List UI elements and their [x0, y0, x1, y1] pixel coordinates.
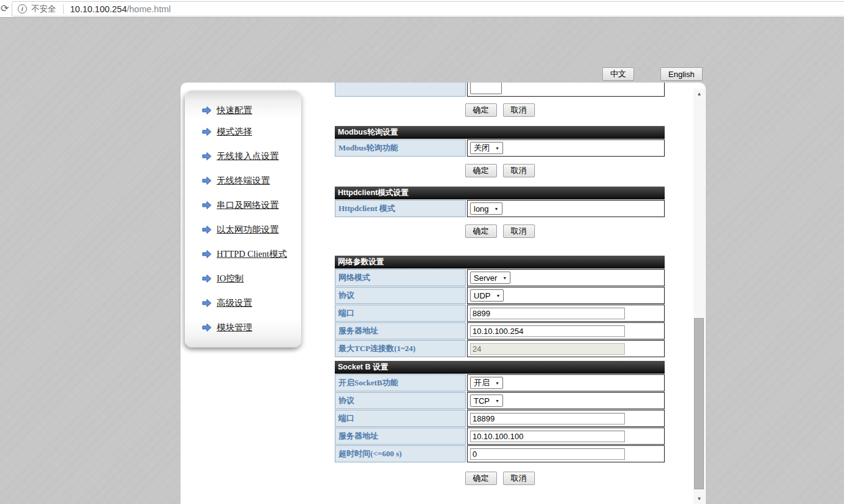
clipped-select[interactable]	[470, 83, 502, 94]
section-header-socketb: Socket B 设置	[335, 361, 665, 374]
socketb-port-input[interactable]	[470, 413, 625, 424]
table-row: 网络模式 Server▼	[335, 269, 665, 286]
sidebar-item-quick-config[interactable]: 快速配置	[202, 104, 301, 116]
security-label: 不安全	[31, 4, 56, 15]
language-chinese-button[interactable]: 中文	[602, 67, 634, 81]
row-label: Httpdclient 模式	[335, 200, 466, 217]
row-label: Modbus轮询功能	[335, 139, 466, 157]
info-icon[interactable]: i	[18, 4, 27, 13]
section-header-modbus: Modbus轮询设置	[335, 126, 665, 139]
ok-button[interactable]: 确定	[465, 164, 497, 177]
url-separator	[63, 4, 64, 14]
socketb-timeout-input[interactable]	[470, 448, 625, 460]
modbus-poll-select[interactable]: 关闭▼	[470, 142, 503, 154]
table-row: 协议 UDP▼	[335, 287, 665, 304]
port-input[interactable]	[470, 308, 625, 319]
server-address-input[interactable]	[470, 325, 625, 337]
button-row: 确定 取消	[335, 472, 665, 485]
max-tcp-connections-input	[470, 343, 625, 355]
sidebar-item-httpd-client[interactable]: HTTPD Client模式	[202, 248, 301, 260]
sidebar-item-label: HTTPD Client模式	[217, 248, 287, 260]
row-label: 端口	[335, 305, 466, 322]
row-label	[335, 83, 466, 97]
arrow-right-icon	[202, 225, 212, 234]
sidebar-item-mode-select[interactable]: 模式选择	[202, 125, 301, 138]
sidebar: 快速配置 模式选择 无线接入点设置 无线终端设置 串口及网络设置 以太网功能设置…	[185, 91, 301, 347]
scroll-up-icon[interactable]: ▲	[693, 89, 705, 99]
row-label: 端口	[335, 410, 466, 427]
scrollbar[interactable]: ▲ ▼	[693, 89, 705, 504]
arrow-right-icon	[202, 127, 212, 136]
network-mode-select[interactable]: Server▼	[470, 272, 510, 284]
sidebar-item-label: 模块管理	[217, 322, 252, 333]
reload-icon[interactable]: ⟳	[1, 2, 9, 14]
button-row: 确定 取消	[335, 164, 665, 177]
cancel-button[interactable]: 取消	[503, 472, 535, 485]
language-english-button[interactable]: English	[660, 67, 703, 81]
table-row	[335, 83, 665, 97]
chevron-down-icon: ▼	[496, 294, 500, 298]
sidebar-item-label: 高级设置	[217, 297, 252, 309]
clipped-row-wrapper	[335, 83, 665, 97]
cancel-button[interactable]: 取消	[503, 164, 535, 177]
browser-toolbar: ⟳ i 不安全 10.10.100.254/home.html	[0, 0, 844, 18]
socketb-server-address-input[interactable]	[470, 431, 625, 442]
sidebar-item-label: 模式选择	[217, 126, 252, 138]
sidebar-item-label: 以太网功能设置	[217, 224, 279, 235]
url-path: /home.html	[127, 4, 171, 14]
sidebar-item-wireless-sta[interactable]: 无线终端设置	[202, 174, 301, 187]
row-label: 协议	[335, 287, 466, 304]
url-bar[interactable]: i 不安全 10.10.100.254/home.html	[12, 1, 844, 17]
sidebar-item-ethernet[interactable]: 以太网功能设置	[202, 223, 301, 235]
socketb-enable-select[interactable]: 开启▼	[470, 377, 503, 389]
sidebar-item-module-mgmt[interactable]: 模块管理	[202, 321, 301, 333]
arrow-right-icon	[202, 323, 212, 332]
table-row: 服务器地址	[335, 428, 665, 445]
row-label: 协议	[335, 392, 466, 409]
arrow-right-icon	[202, 106, 212, 115]
arrow-right-icon	[202, 250, 212, 259]
arrow-right-icon	[202, 298, 212, 308]
button-row: 确定 取消	[335, 224, 665, 238]
chevron-down-icon: ▼	[495, 146, 499, 150]
cancel-button[interactable]: 取消	[503, 224, 535, 238]
table-row: 端口	[335, 410, 665, 427]
table-row: 协议 TCP▼	[335, 392, 665, 409]
row-label: 服务器地址	[335, 428, 466, 445]
button-row: 确定 取消	[335, 103, 665, 117]
protocol-select[interactable]: UDP▼	[470, 289, 504, 302]
content-panel: 快速配置 模式选择 无线接入点设置 无线终端设置 串口及网络设置 以太网功能设置…	[181, 83, 706, 504]
table-row: 最大TCP连接数(1~24)	[335, 340, 665, 357]
row-label: 最大TCP连接数(1~24)	[335, 340, 466, 357]
sidebar-item-advanced[interactable]: 高级设置	[202, 297, 301, 309]
table-row: Httpdclient 模式 long▼	[335, 200, 665, 217]
section-header-httpd: Httpdclient模式设置	[335, 187, 665, 199]
scroll-down-icon[interactable]: ▼	[693, 494, 705, 504]
chevron-down-icon: ▼	[495, 399, 499, 403]
table-row: Modbus轮询功能 关闭▼	[335, 139, 665, 157]
sidebar-item-label: 无线终端设置	[217, 175, 270, 187]
section-header-network: 网络参数设置	[335, 256, 665, 269]
sidebar-item-serial-network[interactable]: 串口及网络设置	[202, 199, 301, 211]
settings-form: 确定 取消 Modbus轮询设置 Modbus轮询功能 关闭▼ 确定 取消 Ht…	[335, 83, 665, 485]
table-row: 开启SocketB功能 开启▼	[335, 374, 665, 391]
sidebar-item-wireless-ap[interactable]: 无线接入点设置	[202, 150, 301, 162]
scrollbar-thumb[interactable]	[694, 318, 704, 489]
sidebar-item-io-control[interactable]: IO控制	[202, 272, 301, 284]
ok-button[interactable]: 确定	[465, 103, 497, 117]
socketb-protocol-select[interactable]: TCP▼	[470, 395, 503, 407]
arrow-right-icon	[202, 274, 212, 283]
arrow-right-icon	[202, 176, 212, 185]
chevron-down-icon: ▼	[495, 207, 499, 211]
ok-button[interactable]: 确定	[465, 472, 497, 485]
httpd-mode-select[interactable]: long▼	[470, 202, 502, 215]
row-label: 开启SocketB功能	[335, 374, 466, 391]
url-host: 10.10.100.254	[70, 4, 127, 14]
row-label: 服务器地址	[335, 322, 466, 339]
cancel-button[interactable]: 取消	[503, 103, 535, 117]
chevron-down-icon: ▼	[495, 381, 499, 385]
sidebar-item-label: 快速配置	[217, 105, 252, 116]
sidebar-item-label: 无线接入点设置	[217, 150, 279, 162]
ok-button[interactable]: 确定	[465, 224, 497, 238]
arrow-right-icon	[202, 152, 212, 161]
